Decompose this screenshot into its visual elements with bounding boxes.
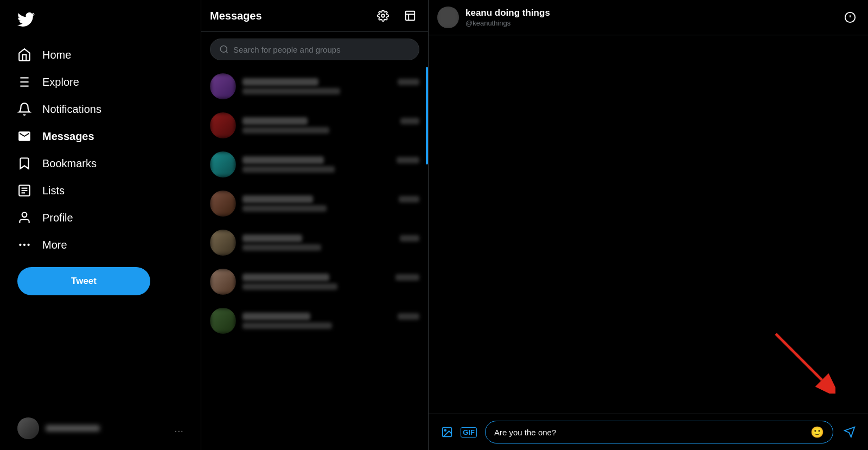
svg-line-14 (226, 51, 227, 53)
message-sender-name (242, 78, 318, 86)
svg-point-11 (381, 14, 385, 17)
compose-message-button[interactable] (401, 7, 419, 25)
tweet-button[interactable]: Tweet (17, 267, 150, 295)
message-time (398, 313, 419, 320)
sidebar-item-lists-label: Lists (42, 185, 65, 197)
message-content (242, 156, 419, 173)
avatar (210, 73, 236, 99)
sidebar-item-more[interactable]: More (9, 231, 192, 258)
search-input[interactable] (233, 45, 410, 54)
sidebar-user-section[interactable]: ... (9, 411, 192, 446)
messages-list (201, 67, 428, 450)
avatar (210, 191, 236, 217)
list-item[interactable] (201, 301, 428, 340)
svg-point-9 (23, 244, 25, 246)
chat-panel: keanu doing things @keanuthings (429, 0, 868, 450)
image-icon (441, 426, 453, 438)
sidebar-item-explore-label: Explore (42, 76, 79, 88)
list-item[interactable] (201, 67, 428, 106)
messages-header-icons (374, 7, 419, 25)
message-preview (242, 244, 321, 251)
list-item[interactable] (201, 262, 428, 301)
scroll-thumb (426, 67, 428, 164)
sidebar-item-profile[interactable]: Profile (9, 204, 192, 231)
svg-point-8 (19, 244, 21, 246)
sidebar-item-messages[interactable]: Messages (9, 123, 192, 150)
message-time (399, 196, 419, 202)
message-preview (242, 205, 327, 212)
sidebar-item-notifications-label: Notifications (42, 103, 101, 116)
sidebar-item-profile-label: Profile (42, 212, 73, 224)
notifications-icon (17, 102, 31, 116)
sidebar-item-messages-label: Messages (42, 130, 94, 143)
profile-icon (17, 211, 31, 225)
message-preview (242, 322, 332, 329)
message-content (242, 195, 419, 212)
scroll-indicator (424, 67, 428, 450)
avatar (210, 230, 236, 256)
list-item[interactable] (201, 223, 428, 262)
message-content (242, 274, 419, 290)
emoji-button[interactable]: 🙂 (810, 426, 824, 439)
sidebar: Home Explore Notifications (0, 0, 201, 450)
messages-panel: Messages (201, 0, 429, 450)
chat-input-wrapper[interactable]: 🙂 (485, 421, 833, 443)
explore-icon (17, 75, 31, 89)
bookmarks-icon (17, 156, 31, 170)
twitter-bird-icon (17, 11, 35, 28)
image-button[interactable] (437, 422, 457, 442)
avatar (210, 112, 236, 138)
message-time (400, 235, 419, 242)
svg-point-7 (22, 212, 27, 217)
sidebar-item-explore[interactable]: Explore (9, 68, 192, 96)
send-button[interactable] (840, 422, 859, 442)
avatar (210, 308, 236, 334)
message-sender-name (242, 117, 308, 125)
list-item[interactable] (201, 106, 428, 145)
message-time (395, 274, 419, 281)
message-input[interactable] (494, 428, 806, 437)
gif-label: GIF (461, 427, 477, 438)
sidebar-item-home[interactable]: Home (9, 41, 192, 68)
svg-point-21 (444, 429, 446, 431)
more-icon (17, 238, 31, 252)
svg-point-13 (220, 46, 227, 52)
lists-icon (17, 183, 31, 198)
sidebar-item-bookmarks[interactable]: Bookmarks (9, 150, 192, 177)
sidebar-item-lists[interactable]: Lists (9, 177, 192, 204)
messages-title: Messages (210, 10, 262, 22)
home-icon (17, 48, 31, 62)
message-sender-name (242, 234, 302, 242)
sidebar-more-options[interactable]: ... (174, 422, 183, 435)
chat-user-info: keanu doing things @keanuthings (465, 8, 834, 27)
sidebar-user-info (46, 425, 168, 432)
svg-point-10 (27, 244, 29, 246)
message-content (242, 117, 419, 134)
sidebar-item-notifications[interactable]: Notifications (9, 96, 192, 123)
chat-header-right (841, 8, 859, 27)
compose-icon (404, 10, 416, 22)
message-preview (242, 127, 329, 134)
message-time (398, 79, 419, 85)
search-bar[interactable] (210, 39, 419, 60)
message-sender-name (242, 274, 329, 281)
chat-user-name: keanu doing things (465, 8, 834, 18)
sidebar-item-more-label: More (42, 239, 67, 251)
gear-icon (377, 10, 389, 22)
chat-header: keanu doing things @keanuthings (429, 0, 868, 35)
list-item[interactable] (201, 184, 428, 223)
twitter-logo[interactable] (9, 4, 192, 37)
info-icon (844, 11, 856, 23)
message-time (400, 118, 419, 124)
message-sender-name (242, 313, 310, 320)
avatar (210, 269, 236, 295)
sidebar-item-bookmarks-label: Bookmarks (42, 157, 97, 170)
list-item[interactable] (201, 145, 428, 184)
chat-messages (429, 35, 868, 414)
avatar (17, 417, 39, 439)
message-content (242, 234, 419, 251)
gif-button[interactable]: GIF (459, 422, 478, 442)
info-button[interactable] (841, 8, 859, 27)
chat-input-icons: GIF (437, 422, 478, 442)
settings-button[interactable] (374, 7, 392, 25)
